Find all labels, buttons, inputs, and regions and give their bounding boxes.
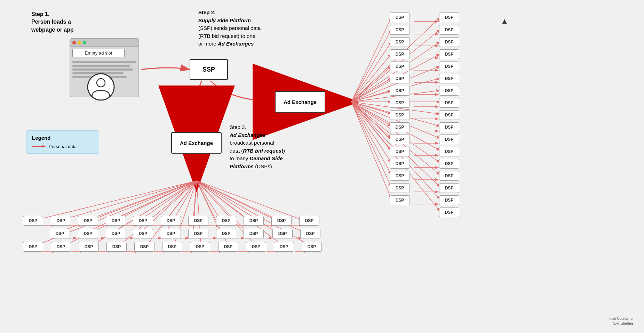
dsp-box: DSP [188, 229, 208, 238]
dsp-box: DSP [439, 208, 459, 217]
dsp-box: DSP [161, 229, 181, 238]
svg-line-43 [197, 181, 221, 221]
dsp-box: DSP [188, 216, 208, 226]
step2-text: Step 2. Supply Side Platform (SSP) sends… [198, 9, 261, 48]
svg-line-15 [351, 90, 391, 102]
dsp-box: DSP [439, 62, 459, 71]
dsp-box: DSP [216, 229, 236, 238]
ssp-box: SSP [190, 59, 228, 80]
step3-text: Step 3. Ad Exchanges broadcast personal … [230, 123, 285, 170]
dsp-box: DSP [272, 229, 293, 238]
dsp-box: DSP [439, 147, 459, 156]
svg-line-48 [84, 181, 197, 234]
svg-line-7 [351, 42, 391, 102]
svg-line-46 [197, 181, 304, 221]
svg-line-3 [351, 17, 391, 102]
ad-slot-box: Empty ad slot [72, 49, 125, 57]
dsp-box: DSP [439, 37, 459, 47]
dot-yellow [78, 41, 81, 44]
dsp-box: DSP [190, 242, 210, 252]
dsp-box: DSP [302, 242, 322, 252]
dsp-box: DSP [78, 216, 98, 226]
step1-label: Step 1. [31, 10, 74, 18]
dsp-box: DSP [439, 49, 459, 59]
dsp-box: DSP [23, 216, 43, 226]
svg-line-51 [165, 181, 197, 234]
svg-line-5 [351, 30, 391, 102]
dsp-box: DSP [439, 86, 459, 96]
dsp-box: DSP [390, 86, 410, 96]
dsp-box: DSP [439, 171, 459, 181]
dsp-box: DSP [390, 135, 410, 144]
svg-line-42 [193, 181, 197, 221]
svg-line-50 [139, 181, 197, 234]
svg-line-45 [197, 181, 277, 221]
step2-label: Step 2. [198, 9, 261, 17]
dsp-box: DSP [390, 25, 410, 35]
dsp-box: DSP [390, 122, 410, 132]
svg-line-60 [118, 181, 197, 247]
dsp-box: DSP [390, 13, 410, 22]
svg-line-38 [85, 181, 197, 221]
dsp-box: DSP [23, 242, 43, 252]
dsp-box: DSP [390, 147, 410, 156]
dsp-box: DSP [79, 242, 99, 252]
diagram-container: Step 1. Person loads awebpage or app Emp… [0, 0, 644, 333]
dsp-box: DSP [78, 229, 98, 238]
dsp-box: DSP [390, 171, 410, 181]
dsp-box: DSP [390, 49, 410, 59]
dsp-box: DSP [439, 159, 459, 169]
dsp-box: DSP [390, 195, 410, 205]
dsp-box: DSP [439, 98, 459, 108]
legend-arrow-icon [32, 144, 46, 149]
svg-line-52 [193, 181, 197, 234]
legend-box: Legend Personal data [26, 130, 99, 154]
legend-item: Personal data [32, 144, 93, 149]
dsp-box: DSP [134, 242, 154, 252]
svg-line-39 [111, 181, 197, 221]
svg-line-31 [351, 102, 391, 187]
dsp-box: DSP [274, 242, 294, 252]
dsp-box: DSP [161, 216, 181, 226]
dsp-box: DSP [439, 195, 459, 205]
svg-line-9 [351, 54, 391, 102]
dsp-box: DSP [271, 216, 292, 226]
svg-line-33 [351, 102, 391, 199]
dsp-box: DSP [439, 135, 459, 144]
dot-red [72, 41, 76, 44]
dsp-box: DSP [439, 74, 459, 83]
step1-text: Step 1. Person loads awebpage or app [31, 10, 74, 34]
step3-label: Step 3. [230, 123, 285, 131]
dsp-box: DSP [244, 216, 264, 226]
step2-desc: Supply Side Platform (SSP) sends persona… [198, 17, 261, 48]
svg-line-19 [351, 102, 391, 114]
dsp-box: DSP [390, 183, 410, 193]
svg-line-37 [59, 181, 197, 221]
person-icon [87, 73, 115, 101]
svg-line-25 [351, 102, 391, 151]
dsp-box: DSP [439, 110, 459, 120]
dsp-box: DSP [246, 242, 266, 252]
dsp-box: DSP [133, 229, 153, 238]
svg-line-54 [197, 181, 249, 234]
svg-line-53 [197, 181, 221, 234]
dsp-box: DSP [299, 216, 319, 226]
dsp-box: DSP [439, 25, 459, 35]
dsp-box: DSP [300, 229, 320, 238]
legend-title: Legend [32, 135, 93, 141]
browser-line [72, 65, 130, 67]
dsp-box: DSP [439, 183, 459, 193]
dsp-box: DSP [390, 110, 410, 120]
dsp-box: DSP [50, 229, 70, 238]
browser-line [72, 68, 133, 71]
svg-line-55 [197, 181, 278, 234]
ad-exchange-bottom: Ad Exchange [171, 132, 222, 154]
dsp-box: DSP [390, 159, 410, 169]
svg-line-11 [351, 66, 391, 102]
dsp-box: DSP [439, 122, 459, 132]
svg-line-36 [33, 181, 197, 221]
dsp-box: DSP [390, 62, 410, 71]
dsp-box: DSP [106, 242, 127, 252]
branding: Irish Council for Civil Liberties [610, 316, 634, 326]
dsp-box: DSP [106, 229, 126, 238]
